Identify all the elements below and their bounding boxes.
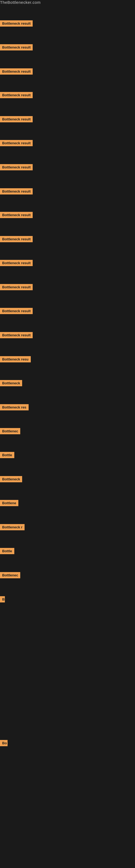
- bottleneck-badge-3: Bottleneck result: [0, 68, 33, 74]
- bottleneck-item-20[interactable]: Bottleneck: [0, 476, 22, 484]
- bottleneck-badge-9: Bottleneck result: [0, 212, 33, 218]
- bottleneck-item-4[interactable]: Bottleneck result: [0, 92, 33, 99]
- bottleneck-item-2[interactable]: Bottleneck result: [0, 44, 33, 52]
- bottleneck-item-1[interactable]: Bottleneck result: [0, 20, 33, 28]
- bottleneck-item-25[interactable]: B: [0, 596, 5, 603]
- bottleneck-item-26[interactable]: Bo: [0, 740, 8, 747]
- bottleneck-item-18[interactable]: Bottlenec: [0, 428, 20, 435]
- bottleneck-item-24[interactable]: Bottlenec: [0, 572, 20, 579]
- bottleneck-badge-10: Bottleneck result: [0, 236, 33, 242]
- bottleneck-badge-16: Bottleneck: [0, 380, 22, 386]
- bottleneck-item-15[interactable]: Bottleneck resu: [0, 356, 31, 364]
- bottleneck-badge-11: Bottleneck result: [0, 260, 33, 266]
- bottleneck-item-3[interactable]: Bottleneck result: [0, 68, 33, 76]
- bottleneck-item-12[interactable]: Bottleneck result: [0, 284, 33, 291]
- bottleneck-badge-4: Bottleneck result: [0, 92, 33, 98]
- bottleneck-badge-15: Bottleneck resu: [0, 356, 31, 362]
- bottleneck-badge-2: Bottleneck result: [0, 44, 33, 51]
- bottleneck-badge-14: Bottleneck result: [0, 332, 33, 338]
- bottleneck-item-17[interactable]: Bottleneck res: [0, 404, 29, 411]
- bottleneck-item-8[interactable]: Bottleneck result: [0, 188, 33, 195]
- bottleneck-badge-22: Bottleneck r: [0, 524, 25, 530]
- bottleneck-item-5[interactable]: Bottleneck result: [0, 116, 33, 123]
- bottleneck-badge-1: Bottleneck result: [0, 20, 33, 27]
- bottleneck-item-7[interactable]: Bottleneck result: [0, 164, 33, 172]
- bottleneck-badge-12: Bottleneck result: [0, 284, 33, 290]
- bottleneck-item-11[interactable]: Bottleneck result: [0, 260, 33, 267]
- bottleneck-item-13[interactable]: Bottleneck result: [0, 308, 33, 315]
- bottleneck-item-14[interactable]: Bottleneck result: [0, 332, 33, 339]
- bottleneck-badge-17: Bottleneck res: [0, 404, 29, 410]
- bottleneck-badge-26: Bo: [0, 740, 8, 746]
- bottleneck-badge-13: Bottleneck result: [0, 308, 33, 314]
- bottleneck-item-23[interactable]: Bottle: [0, 548, 14, 555]
- bottleneck-item-10[interactable]: Bottleneck result: [0, 236, 33, 243]
- bottleneck-badge-8: Bottleneck result: [0, 188, 33, 194]
- bottleneck-item-21[interactable]: Bottlene: [0, 500, 18, 507]
- bottleneck-badge-25: B: [0, 596, 5, 602]
- bottleneck-badge-24: Bottlenec: [0, 572, 20, 578]
- bottleneck-badge-6: Bottleneck result: [0, 140, 33, 146]
- bottleneck-badge-18: Bottlenec: [0, 428, 20, 434]
- bottleneck-badge-23: Bottle: [0, 548, 14, 554]
- bottleneck-badge-19: Bottle: [0, 452, 14, 458]
- bottleneck-item-6[interactable]: Bottleneck result: [0, 140, 33, 147]
- bottleneck-item-19[interactable]: Bottle: [0, 452, 14, 459]
- bottleneck-badge-7: Bottleneck result: [0, 164, 33, 170]
- bottleneck-badge-21: Bottlene: [0, 500, 18, 506]
- bottleneck-item-16[interactable]: Bottleneck: [0, 380, 22, 388]
- bottleneck-item-9[interactable]: Bottleneck result: [0, 212, 33, 219]
- site-header: TheBottlenecker.com: [0, 0, 135, 5]
- bottleneck-badge-5: Bottleneck result: [0, 116, 33, 122]
- bottleneck-item-22[interactable]: Bottleneck r: [0, 524, 25, 531]
- bottleneck-badge-20: Bottleneck: [0, 476, 22, 482]
